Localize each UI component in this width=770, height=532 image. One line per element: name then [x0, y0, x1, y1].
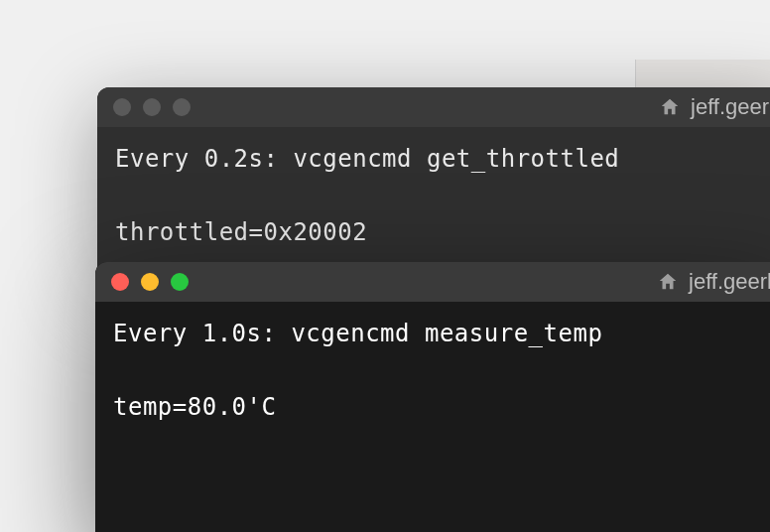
- terminal-window-throttled[interactable]: jeff.geerl Every 0.2s: vcgencmd get_thro…: [97, 87, 770, 276]
- titlebar[interactable]: jeff.geerl: [97, 87, 770, 127]
- terminal-output[interactable]: Every 0.2s: vcgencmd get_throttled throt…: [97, 127, 770, 270]
- temperature-output-line: temp=80.0'C: [113, 393, 276, 421]
- watch-header-line: Every 0.2s: vcgencmd get_throttled: [115, 145, 619, 173]
- throttled-output-line: throttled=0x20002: [115, 218, 367, 246]
- minimize-icon[interactable]: [141, 273, 159, 291]
- close-icon[interactable]: [113, 98, 131, 116]
- traffic-lights: [111, 273, 189, 291]
- terminal-output[interactable]: Every 1.0s: vcgencmd measure_temp temp=8…: [95, 302, 770, 445]
- minimize-icon[interactable]: [143, 98, 161, 116]
- traffic-lights: [113, 98, 191, 116]
- titlebar[interactable]: jeff.geerl: [95, 262, 770, 302]
- terminal-window-temperature[interactable]: jeff.geerl Every 1.0s: vcgencmd measure_…: [95, 262, 770, 532]
- home-icon: [659, 96, 681, 118]
- zoom-icon[interactable]: [171, 273, 189, 291]
- zoom-icon[interactable]: [173, 98, 191, 116]
- window-title: jeff.geerl: [691, 94, 770, 120]
- close-icon[interactable]: [111, 273, 129, 291]
- home-icon: [657, 271, 679, 293]
- window-title: jeff.geerl: [689, 269, 770, 295]
- watch-header-line: Every 1.0s: vcgencmd measure_temp: [113, 320, 602, 347]
